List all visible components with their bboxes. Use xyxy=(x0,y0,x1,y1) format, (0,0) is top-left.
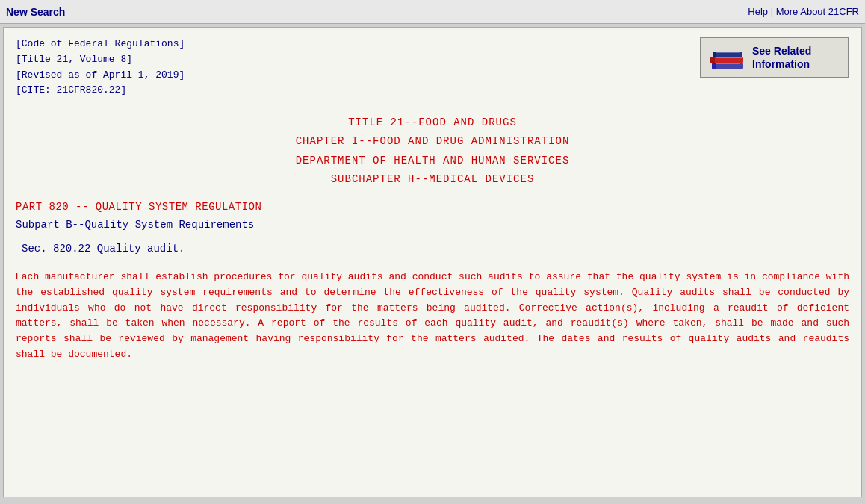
title-line2: CHAPTER I--FOOD AND DRUG ADMINISTRATION xyxy=(16,132,849,151)
separator: | xyxy=(771,6,773,17)
svg-rect-2 xyxy=(710,57,743,63)
metadata-line4: [CITE: 21CFR820.22] xyxy=(16,83,185,99)
title-section: TITLE 21--FOOD AND DRUGS CHAPTER I--FOOD… xyxy=(16,113,849,189)
related-info-line2: Information xyxy=(752,58,810,70)
more-about-link[interactable]: More About 21CFR xyxy=(776,6,859,17)
section-heading: Sec. 820.22 Quality audit. xyxy=(22,243,849,255)
svg-rect-4 xyxy=(713,52,742,57)
svg-rect-0 xyxy=(712,63,743,69)
top-navigation-bar: New Search Help | More About 21CFR xyxy=(0,0,865,24)
books-icon xyxy=(709,43,746,72)
main-content-area: [Code of Federal Regulations] [Title 21,… xyxy=(3,27,862,497)
svg-rect-3 xyxy=(710,57,715,63)
svg-rect-6 xyxy=(716,52,740,53)
see-related-information-button[interactable]: See Related Information xyxy=(700,37,849,78)
metadata-line1: [Code of Federal Regulations] xyxy=(16,37,185,52)
svg-rect-8 xyxy=(716,63,740,64)
body-paragraph: Each manufacturer shall establish proced… xyxy=(16,270,849,363)
svg-rect-1 xyxy=(712,63,716,69)
title-line3: DEPARTMENT OF HEALTH AND HUMAN SERVICES xyxy=(16,152,849,170)
top-right-links: Help | More About 21CFR xyxy=(748,6,859,17)
header-section: [Code of Federal Regulations] [Title 21,… xyxy=(16,37,849,99)
new-search-link[interactable]: New Search xyxy=(6,6,65,18)
metadata-block: [Code of Federal Regulations] [Title 21,… xyxy=(16,37,185,99)
svg-rect-7 xyxy=(716,57,742,58)
svg-rect-5 xyxy=(713,52,716,57)
metadata-line3: [Revised as of April 1, 2019] xyxy=(16,68,185,84)
new-search-link-container[interactable]: New Search xyxy=(6,5,65,19)
subpart-heading: Subpart B--Quality System Requirements xyxy=(16,219,849,231)
title-line1: TITLE 21--FOOD AND DRUGS xyxy=(16,113,849,132)
metadata-line2: [Title 21, Volume 8] xyxy=(16,52,185,68)
title-line4: SUBCHAPTER H--MEDICAL DEVICES xyxy=(16,170,849,189)
help-link[interactable]: Help xyxy=(748,6,768,17)
part-heading: PART 820 -- QUALITY SYSTEM REGULATION xyxy=(16,201,849,213)
related-info-line1: See Related xyxy=(752,45,811,57)
related-info-label: See Related Information xyxy=(752,44,811,71)
